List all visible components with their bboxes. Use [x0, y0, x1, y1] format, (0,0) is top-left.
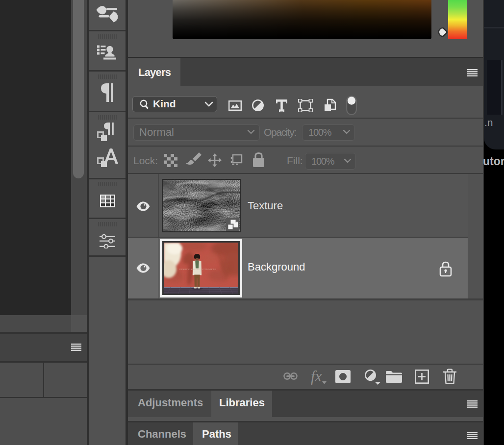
svg-text:PROHIBITED AREA KEEP OUT PROHI: PROHIBITED AREA KEEP OUT PROHIBITED [179, 269, 216, 271]
